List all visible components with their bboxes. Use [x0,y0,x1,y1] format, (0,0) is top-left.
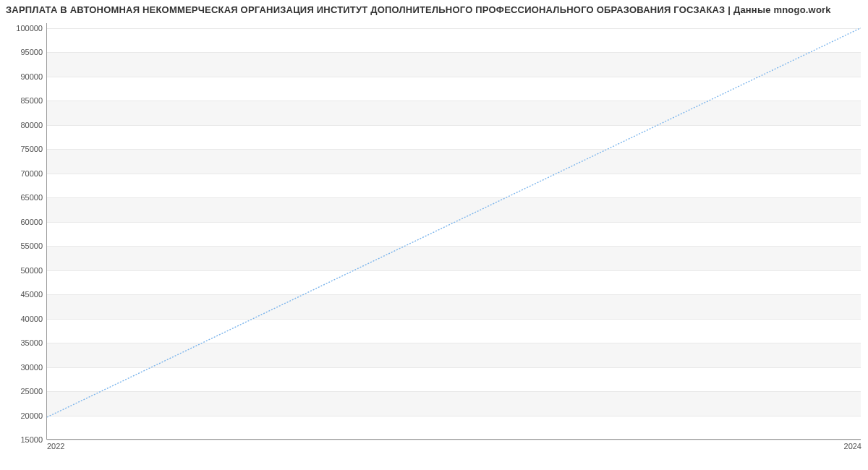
plot-band [47,149,861,173]
gridline [47,416,861,416]
y-tick-label: 100000 [16,24,47,33]
gridline [47,246,861,247]
y-tick-label: 25000 [20,387,47,396]
y-tick-label: 95000 [20,48,47,56]
gridline [47,222,861,223]
y-tick-label: 45000 [20,290,47,299]
y-tick-label: 75000 [20,145,47,153]
gridline [47,101,861,101]
y-tick-label: 60000 [20,218,47,226]
y-tick-label: 30000 [20,363,47,372]
chart-container: ЗАРПЛАТА В АВТОНОМНАЯ НЕКОММЕРЧЕСКАЯ ОРГ… [0,0,868,470]
y-tick-label: 40000 [20,315,47,323]
gridline [47,174,861,174]
y-tick-label: 55000 [20,242,47,250]
gridline [47,28,861,29]
plot-band [47,246,861,270]
gridline [47,197,861,198]
plot-band [47,391,861,415]
y-tick-label: 70000 [20,169,47,178]
plot-band [47,197,861,221]
plot-band [47,343,861,367]
gridline [47,367,861,368]
gridline [47,391,861,392]
gridline [47,270,861,271]
plot-area: 1500020000250003000035000400004500050000… [46,23,861,440]
y-tick-label: 50000 [20,266,47,275]
gridline [47,319,861,320]
x-tick-label: 2022 [47,439,64,450]
gridline [47,77,861,77]
y-tick-label: 35000 [20,338,47,347]
y-tick-label: 90000 [20,72,47,81]
plot-band [47,101,861,124]
gridline [47,125,861,126]
chart-title: ЗАРПЛАТА В АВТОНОМНАЯ НЕКОММЕРЧЕСКАЯ ОРГ… [0,0,868,15]
y-tick-label: 80000 [20,121,47,129]
y-tick-label: 15000 [20,435,47,444]
line-series [47,23,861,439]
y-tick-label: 65000 [20,193,47,202]
gridline [47,343,861,343]
y-tick-label: 85000 [20,96,47,105]
plot-band [47,294,861,318]
y-tick-label: 20000 [20,411,47,420]
x-tick-label: 2024 [844,439,861,450]
gridline [47,440,861,440]
gridline [47,52,861,53]
plot-band [47,52,861,76]
gridline [47,149,861,150]
gridline [47,294,861,295]
